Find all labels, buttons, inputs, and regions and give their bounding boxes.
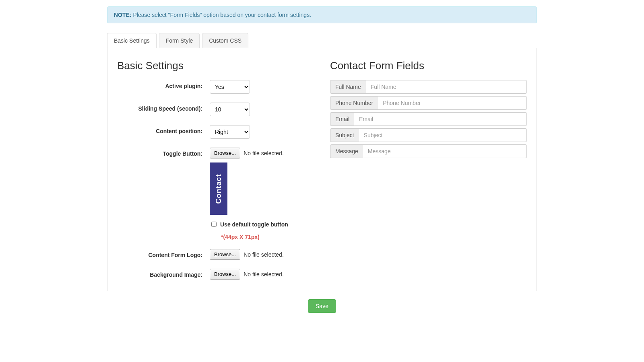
- toggle-button-browse[interactable]: Browse...: [210, 148, 240, 158]
- tab-panel-basic: Basic Settings Active plugin: Yes Slidin…: [107, 48, 537, 291]
- toggle-button-label: Toggle Button:: [117, 148, 210, 157]
- use-default-toggle-checkbox[interactable]: [211, 222, 217, 227]
- use-default-toggle-label: Use default toggle button: [220, 221, 288, 228]
- toggle-size-hint: *(44px X 71px): [221, 234, 314, 240]
- subject-input[interactable]: [359, 128, 527, 142]
- message-input[interactable]: [363, 144, 527, 158]
- background-image-no-file: No file selected.: [244, 271, 284, 278]
- content-form-logo-browse[interactable]: Browse...: [210, 249, 240, 260]
- content-position-label: Content position:: [117, 125, 210, 134]
- email-input[interactable]: [354, 112, 527, 126]
- background-image-label: Background Image:: [117, 269, 210, 278]
- email-addon: Email: [330, 112, 354, 126]
- field-message: Message: [330, 144, 527, 158]
- phone-number-addon: Phone Number: [330, 96, 378, 110]
- sliding-speed-select[interactable]: 10: [210, 103, 250, 116]
- tab-form-style[interactable]: Form Style: [159, 33, 200, 48]
- field-email: Email: [330, 112, 527, 126]
- toggle-button-preview: Contact: [210, 162, 227, 215]
- full-name-input[interactable]: [366, 80, 527, 94]
- settings-tabs: Basic Settings Form Style Custom CSS: [107, 33, 537, 48]
- note-label: NOTE:: [114, 12, 132, 18]
- subject-addon: Subject: [330, 128, 359, 142]
- active-plugin-select[interactable]: Yes: [210, 80, 250, 94]
- contact-form-fields-heading: Contact Form Fields: [330, 60, 527, 72]
- save-button[interactable]: Save: [308, 299, 336, 313]
- field-full-name: Full Name: [330, 80, 527, 94]
- basic-settings-heading: Basic Settings: [117, 60, 314, 72]
- sliding-speed-label: Sliding Speed (second):: [117, 103, 210, 112]
- content-position-select[interactable]: Right: [210, 125, 250, 139]
- note-alert: NOTE: Please select "Form Fields" option…: [107, 6, 537, 23]
- content-form-logo-no-file: No file selected.: [244, 251, 284, 258]
- phone-number-input[interactable]: [378, 96, 527, 110]
- full-name-addon: Full Name: [330, 80, 366, 94]
- tab-basic-settings[interactable]: Basic Settings: [107, 33, 157, 48]
- field-subject: Subject: [330, 128, 527, 142]
- note-text: Please select "Form Fields" option based…: [133, 12, 311, 18]
- field-phone-number: Phone Number: [330, 96, 527, 110]
- active-plugin-label: Active plugin:: [117, 80, 210, 89]
- background-image-browse[interactable]: Browse...: [210, 269, 240, 280]
- toggle-button-no-file: No file selected.: [244, 150, 284, 156]
- message-addon: Message: [330, 144, 363, 158]
- tab-custom-css[interactable]: Custom CSS: [202, 33, 248, 48]
- toggle-preview-text: Contact: [215, 174, 223, 204]
- content-form-logo-label: Content Form Logo:: [117, 249, 210, 258]
